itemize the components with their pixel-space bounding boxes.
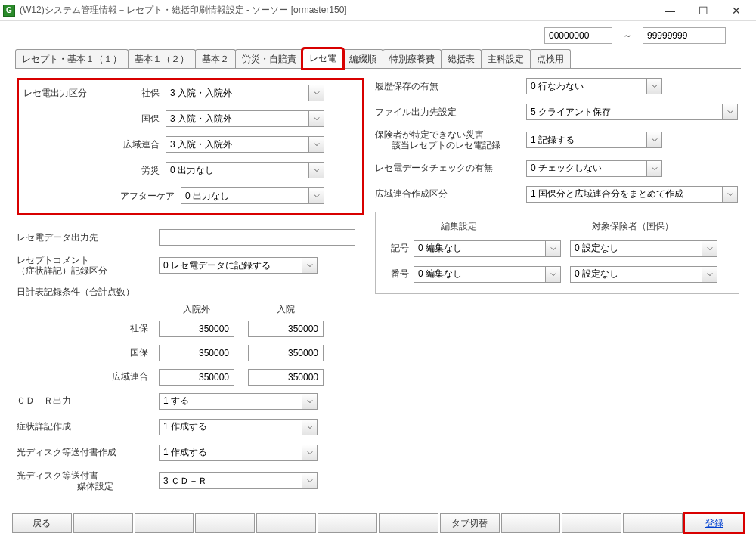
shaho-out-input[interactable] [159,321,234,337]
tab-shuka[interactable]: 主科設定 [481,49,531,69]
tab-basic2[interactable]: 基本２ [195,49,236,69]
aftercare-select[interactable] [181,187,309,204]
history-label: 履歴保存の有無 [375,80,526,93]
tab-basic1-2[interactable]: 基本１（２） [128,49,196,69]
chevron-down-icon[interactable] [302,393,318,410]
cdr-select[interactable] [159,393,302,410]
disaster-select[interactable] [526,132,647,148]
kokuho-out-input[interactable] [159,345,234,361]
kouiki-select[interactable] [166,136,309,153]
maximize-button[interactable]: ☐ [686,0,720,21]
sjk-label: 症状詳記作成 [17,420,159,433]
output-category-label: レセ電出力区分 [23,87,113,100]
bangou-edit-select[interactable] [414,266,546,283]
window-title: (W12)システム管理情報－レセプト・総括印刷情報設定 - ソーソー [orma… [20,4,653,17]
tab-basic1-1[interactable]: レセプト・基本１（１） [15,49,129,69]
kouiki-create-select[interactable] [526,186,723,203]
tab-switch-button[interactable]: タブ切替 [440,513,500,533]
tab-soukatsu[interactable]: 総括表 [441,49,482,69]
register-button[interactable]: 登録 [684,513,744,533]
chevron-down-icon[interactable] [647,160,662,177]
output-dest-label: レセ電データ出力先 [17,231,159,244]
chevron-down-icon[interactable] [647,132,662,148]
edit-settings-header: 編集設定 [441,220,477,233]
chevron-down-icon[interactable] [546,240,561,257]
minimize-button[interactable]: — [653,0,686,21]
tab-reseden[interactable]: レセ電 [302,48,343,69]
footer-button-2[interactable] [73,513,133,533]
range-from-input[interactable] [544,27,612,44]
history-select[interactable] [526,78,647,94]
footer-button-10[interactable] [562,513,621,533]
range-separator: ～ [623,29,632,42]
shaho-select[interactable] [166,85,309,101]
chevron-down-icon[interactable] [302,419,318,435]
pts-row-label: 社保 [17,322,159,335]
footer-button-7[interactable] [379,513,438,533]
optdisk-select[interactable] [159,445,302,461]
footer-button-9[interactable] [501,513,561,533]
chevron-down-icon[interactable] [546,266,561,283]
chevron-down-icon[interactable] [723,186,738,203]
chevron-down-icon[interactable] [302,472,318,489]
kokuho-in-input[interactable] [248,345,324,361]
disaster-label: 保険者が特定できない災害該当レセプトのレセ電記録 [375,129,526,151]
chevron-down-icon[interactable] [309,110,324,127]
row-label: 国保 [113,113,166,125]
tab-tenken[interactable]: 点検用 [530,49,571,69]
footer-button-3[interactable] [135,513,194,533]
chevron-down-icon[interactable] [302,257,318,274]
chevron-down-icon[interactable] [723,104,738,120]
kigou-edit-select[interactable] [414,240,546,257]
row-label: 広域連合 [113,138,166,151]
close-button[interactable]: ✕ [720,0,753,21]
range-to-input[interactable] [643,27,726,44]
kokuho-select[interactable] [166,110,309,127]
chevron-down-icon[interactable] [302,445,318,461]
kouiki-in-input[interactable] [248,369,324,386]
rousai-select[interactable] [166,162,309,178]
target-insurer-header: 対象保険者（国保） [592,220,674,233]
comment-kubun-label: レセプトコメント （症状詳記）記録区分 [17,255,159,277]
kigou-target-select[interactable] [570,240,702,257]
tab-tokubetu[interactable]: 特別療養費 [383,49,442,69]
chevron-down-icon[interactable] [309,85,324,101]
bangou-label: 番号 [383,268,414,280]
col-inpatient: 入院 [248,303,324,316]
tab-strip: レセプト・基本１（１） 基本１（２） 基本２ 労災・自賠責 レセ電 編綴順 特別… [15,48,741,69]
app-icon: G [3,5,15,17]
cdr-label: ＣＤ－Ｒ出力 [17,395,159,407]
comment-kubun-select[interactable] [159,257,302,274]
fileout-select[interactable] [526,104,723,120]
row-label: 社保 [113,87,166,100]
footer-button-11[interactable] [623,513,683,533]
fileout-label: ファイル出力先設定 [375,106,526,119]
output-category-group: レセ電出力区分 社保 国保 広域連合 労災 [17,78,364,215]
shaho-in-input[interactable] [248,321,324,337]
optdisk-media-label: 光ディスク等送付書媒体設定 [17,470,159,492]
chevron-down-icon[interactable] [309,187,324,204]
chevron-down-icon[interactable] [309,136,324,153]
pts-row-label: 広域連合 [17,370,159,383]
footer-bar: 戻る タブ切替 登録 [0,513,756,533]
chevron-down-icon[interactable] [647,78,662,94]
footer-button-6[interactable] [318,513,377,533]
row-label: 労災 [113,164,166,177]
sjk-select[interactable] [159,419,302,435]
row-label: アフターケア [113,190,181,203]
back-button[interactable]: 戻る [12,513,72,533]
tab-hensetsu[interactable]: 編綴順 [342,49,383,69]
footer-button-4[interactable] [195,513,255,533]
footer-button-5[interactable] [256,513,316,533]
tab-rousai[interactable]: 労災・自賠責 [235,49,303,69]
chevron-down-icon[interactable] [702,240,717,257]
output-dest-input[interactable] [159,229,355,246]
optdisk-media-select[interactable] [159,472,302,489]
edit-settings-group: 編集設定 対象保険者（国保） 記号 番号 [375,212,739,294]
kouiki-out-input[interactable] [159,369,234,386]
datacheck-select[interactable] [526,160,647,177]
datacheck-label: レセ電データチェックの有無 [375,162,526,175]
chevron-down-icon[interactable] [702,266,717,283]
bangou-target-select[interactable] [570,266,702,283]
chevron-down-icon[interactable] [309,162,324,178]
